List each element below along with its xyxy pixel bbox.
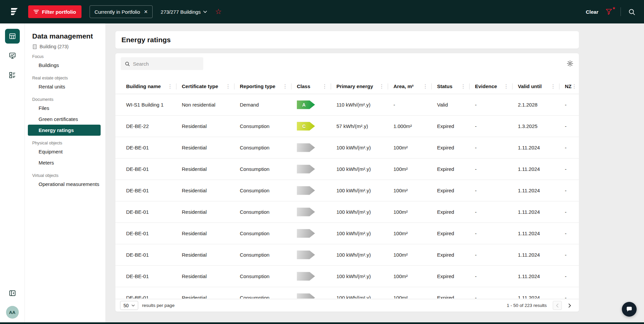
chat-launcher-button[interactable] [622, 302, 637, 317]
column-header-energy[interactable]: Primary energy⋮ [331, 79, 388, 94]
rail-item-analytics[interactable] [5, 48, 20, 63]
column-menu-icon[interactable]: ⋮ [322, 83, 327, 89]
column-header-certificate[interactable]: Certificate type⋮ [176, 79, 234, 94]
sidebar-item-equipment[interactable]: Equipment [28, 146, 101, 157]
table-row[interactable]: DE-BE-01ResidentialConsumption100 kWh/(m… [115, 287, 579, 299]
column-header-status[interactable]: Status⋮ [432, 79, 470, 94]
cell-energy: 57 kWh/(m².y) [331, 116, 388, 137]
sidebar-item-files[interactable]: Files [28, 103, 101, 114]
column-header-evidence[interactable]: Evidence⋮ [470, 79, 513, 94]
table-row[interactable]: DE-BE-01ResidentialConsumption100 kWh/(m… [115, 244, 579, 266]
main-content: Energy ratings Building name⋮Certificate… [105, 23, 644, 324]
column-menu-icon[interactable]: ⋮ [550, 83, 556, 89]
nav-section-label: Real estate objects [28, 76, 105, 80]
saved-filter-icon[interactable]: ★ [606, 9, 613, 15]
column-label: Reporting type [240, 83, 275, 89]
column-header-class[interactable]: Class⋮ [291, 79, 331, 94]
table-settings-button[interactable] [567, 60, 574, 68]
nav-section-label: Virtual objects [28, 173, 105, 178]
filter-portfolio-button[interactable]: Filter portfolio [28, 5, 82, 18]
clear-filters-button[interactable]: Clear [586, 9, 598, 15]
energy-class-badge [297, 165, 315, 174]
table-row[interactable]: DE-BE-01ResidentialConsumption100 kWh/(m… [115, 180, 579, 201]
sidebar-item-meters[interactable]: Meters [28, 157, 101, 168]
cell-area: 1.000m² [388, 116, 432, 137]
sidebar-item-buildings[interactable]: Buildings [28, 60, 101, 71]
pagination-bar: 50 results per page 1 - 50 of 223 result… [115, 299, 579, 312]
cell-building: DE-BE-01 [121, 266, 176, 287]
sidebar-item-energy-ratings[interactable]: Energy ratings [28, 125, 101, 136]
cell-energy: 110 kWh/(m².y) [331, 94, 388, 115]
rail-item-portfolio-objects[interactable] [5, 68, 20, 82]
column-header-reporting[interactable]: Reporting type⋮ [234, 79, 291, 94]
cell-evidence: - [470, 116, 513, 137]
topbar-divider [621, 7, 621, 16]
nav-section-label: Documents [28, 97, 105, 102]
sidebar: Data management Building (273) FocusBuil… [25, 23, 105, 324]
column-header-area[interactable]: Area, m²⋮ [388, 79, 432, 94]
sidebar-item-rental-units[interactable]: Rental units [28, 81, 101, 92]
cell-certificate: Residential [176, 137, 234, 158]
cell-reporting: Consumption [234, 137, 291, 158]
cell-building: DE-BE-01 [121, 287, 176, 299]
sidebar-item-operational-measurements[interactable]: Operational measurements [28, 179, 101, 190]
cell-valid_until: 1.11.2024 [513, 158, 559, 180]
table-row[interactable]: DE-BE-01ResidentialConsumption100 kWh/(m… [115, 158, 579, 180]
column-menu-icon[interactable]: ⋮ [423, 83, 428, 89]
column-menu-icon[interactable]: ⋮ [461, 83, 466, 89]
cell-valid_until: 1.11.2024 [513, 201, 559, 222]
table-row[interactable]: DE-BE-01ResidentialConsumption100 kWh/(m… [115, 266, 579, 287]
column-label: Building name [126, 83, 161, 89]
cell-nzeb: - [559, 287, 579, 299]
search-input[interactable] [133, 61, 199, 67]
prev-page-button[interactable] [553, 301, 562, 310]
cell-building: DE-BE-01 [121, 244, 176, 265]
user-avatar[interactable]: AA [6, 306, 19, 319]
close-icon[interactable]: × [144, 9, 148, 15]
chevron-down-icon [203, 11, 207, 13]
favorite-star-icon[interactable]: ☆ [215, 8, 222, 15]
cell-reporting: Consumption [234, 287, 291, 299]
sidebar-item-green-certificates[interactable]: Green certificates [28, 114, 101, 125]
table-row[interactable]: DE-BE-22ResidentialConsumptionC57 kWh/(m… [115, 116, 579, 137]
cell-energy: 100 kWh/(m².y) [331, 287, 388, 299]
rail-item-data-management[interactable] [5, 29, 20, 44]
column-header-valid_until[interactable]: Valid until⋮ [513, 79, 559, 94]
cell-building: DE-BE-22 [121, 116, 176, 137]
cell-class [291, 137, 331, 158]
chevron-down-icon [131, 305, 135, 307]
cell-status: Expired [432, 137, 470, 158]
results-range: 1 - 50 of 223 results [507, 303, 547, 308]
table-row[interactable]: DE-BE-01ResidentialConsumption100 kWh/(m… [115, 223, 579, 244]
app-logo[interactable] [9, 6, 20, 17]
energy-class-badge: A [297, 101, 315, 109]
table-row[interactable]: DE-BE-01ResidentialConsumption100 kWh/(m… [115, 137, 579, 158]
column-menu-icon[interactable]: ⋮ [572, 83, 577, 89]
cell-evidence: - [470, 137, 513, 158]
page-title-card: Energy ratings [115, 31, 579, 49]
column-menu-icon[interactable]: ⋮ [379, 83, 384, 89]
column-menu-icon[interactable]: ⋮ [282, 83, 288, 89]
column-header-nzeb[interactable]: NZ⋮ [559, 79, 579, 94]
table-row[interactable]: WI-S1 Building 1Non residentialDemandA11… [115, 94, 579, 116]
filter-portfolio-label: Filter portfolio [42, 9, 76, 15]
portfolio-filter-chip[interactable]: Currently in Portfolio × [90, 5, 153, 18]
global-search-button[interactable] [628, 8, 635, 15]
next-page-button[interactable] [565, 301, 574, 310]
column-menu-icon[interactable]: ⋮ [167, 83, 173, 89]
table-header-row: Building name⋮Certificate type⋮Reporting… [115, 79, 579, 94]
column-header-building[interactable]: Building name⋮ [121, 79, 176, 94]
page-size-select[interactable]: 50 [120, 301, 138, 310]
collapse-sidebar-button[interactable] [5, 286, 20, 301]
nav-sections: FocusBuildingsReal estate objectsRental … [28, 54, 105, 190]
cell-nzeb: - [559, 223, 579, 244]
column-menu-icon[interactable]: ⋮ [503, 83, 509, 89]
icon-rail: AA [0, 23, 25, 324]
cell-evidence: - [470, 223, 513, 244]
table-row[interactable]: DE-BE-01ResidentialConsumption100 kWh/(m… [115, 201, 579, 223]
search-input-wrapper[interactable] [121, 57, 203, 70]
buildings-selector[interactable]: 273/277 Buildings [161, 9, 207, 15]
column-menu-icon[interactable]: ⋮ [225, 83, 231, 89]
nav-section: Virtual objectsOperational measurements [28, 173, 105, 190]
cell-certificate: Residential [176, 287, 234, 299]
